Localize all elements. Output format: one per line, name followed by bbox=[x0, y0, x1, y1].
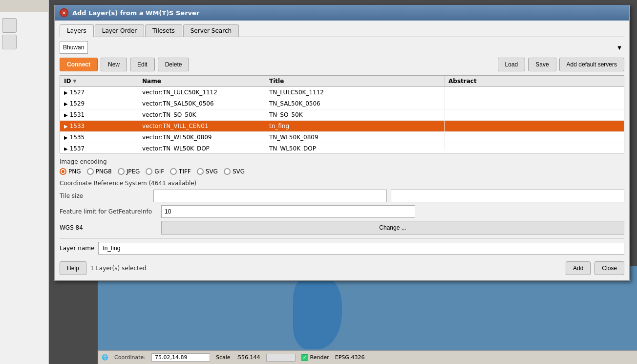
crs-section: Coordinate Reference System (4641 availa… bbox=[60, 180, 624, 235]
cell-id: ▶1527 bbox=[60, 87, 138, 98]
radio-svg1[interactable]: SVG bbox=[197, 168, 218, 175]
help-button[interactable]: Help bbox=[60, 261, 86, 275]
col-header-abstract[interactable]: Abstract bbox=[445, 76, 624, 86]
server-select-wrapper: Bhuwan bbox=[60, 41, 624, 54]
col-header-title[interactable]: Title bbox=[265, 76, 445, 86]
server-select[interactable]: Bhuwan bbox=[60, 41, 88, 54]
radio-circle-svg2[interactable] bbox=[224, 168, 231, 175]
feature-limit-row: Feature limit for GetFeatureInfo bbox=[60, 205, 624, 218]
delete-button[interactable]: Delete bbox=[158, 58, 190, 71]
tile-size-input-left[interactable] bbox=[153, 190, 387, 202]
radio-gif[interactable]: GIF bbox=[146, 168, 164, 175]
col-header-id[interactable]: ID ▼ bbox=[60, 76, 138, 86]
add-default-servers-button[interactable]: Add default servers bbox=[559, 58, 624, 71]
table-row[interactable]: ▶1535 vector:TN_WL50K_0809 TN_WL50K_0809 bbox=[60, 132, 624, 143]
left-toolbar bbox=[0, 0, 49, 364]
cell-title: TN_WL50K_DOP bbox=[265, 143, 445, 150]
map-area bbox=[98, 266, 637, 364]
cell-name: vector:TN_SO_50K bbox=[138, 109, 265, 120]
table-header: ID ▼ Name Title Abstract bbox=[60, 76, 624, 87]
coord-label: Coordinate: bbox=[114, 354, 146, 361]
cell-name: vector:TN_SAL50K_0506 bbox=[138, 98, 265, 109]
dialog-body: Layers Layer Order Tilesets Server Searc… bbox=[55, 21, 629, 280]
wgs-label: WGS 84 bbox=[60, 224, 157, 231]
feature-limit-input[interactable] bbox=[161, 205, 415, 218]
sort-arrow-id: ▼ bbox=[73, 79, 76, 84]
cell-abstract bbox=[445, 121, 624, 131]
close-button[interactable]: Close bbox=[595, 261, 624, 275]
layer-name-label: Layer name bbox=[60, 245, 94, 252]
load-button[interactable]: Load bbox=[498, 58, 526, 71]
tabs-container: Layers Layer Order Tilesets Server Searc… bbox=[60, 24, 624, 37]
table-row[interactable]: ▶1527 vector:TN_LULC50K_1112 TN_LULC50K_… bbox=[60, 87, 624, 98]
table-row-selected[interactable]: ▶1533 vector:TN_VILL_CEN01 tn_fing bbox=[60, 121, 624, 132]
edit-button[interactable]: Edit bbox=[130, 58, 155, 71]
layers-table: ID ▼ Name Title Abstract bbox=[60, 75, 624, 153]
tab-tilesets[interactable]: Tilesets bbox=[145, 24, 182, 37]
button-row: Connect New Edit Delete Load Save Add de… bbox=[60, 58, 624, 71]
cell-abstract bbox=[445, 132, 624, 143]
add-button[interactable]: Add bbox=[566, 261, 591, 275]
table-row[interactable]: ▶1529 vector:TN_SAL50K_0506 TN_SAL50K_05… bbox=[60, 98, 624, 109]
radio-tiff[interactable]: TIFF bbox=[170, 168, 191, 175]
cell-name: vector:TN_VILL_CEN01 bbox=[138, 121, 265, 131]
radio-circle-png8[interactable] bbox=[87, 168, 94, 175]
tile-size-row: Tile size bbox=[60, 190, 624, 202]
tile-size-label: Tile size bbox=[60, 193, 149, 199]
tool-icon-1[interactable] bbox=[2, 18, 17, 33]
layer-name-input[interactable] bbox=[98, 242, 624, 255]
render-check-icon: ✓ bbox=[301, 354, 308, 361]
server-row: Bhuwan bbox=[60, 41, 624, 54]
cell-name: vector:TN_WL50K_0809 bbox=[138, 132, 265, 143]
radio-png[interactable]: PNG bbox=[60, 168, 81, 175]
tab-server-search[interactable]: Server Search bbox=[183, 24, 239, 37]
status-bar: 🌐 Coordinate: 75.02,14.89 Scale .556.144… bbox=[98, 350, 637, 364]
render-checkbox[interactable]: ✓ Render bbox=[301, 354, 329, 361]
table-body: ▶1527 vector:TN_LULC50K_1112 TN_LULC50K_… bbox=[60, 87, 624, 150]
scale-value: .556.144 bbox=[236, 354, 260, 361]
radio-png8[interactable]: PNG8 bbox=[87, 168, 112, 175]
dialog-close-button[interactable]: ✕ bbox=[60, 8, 68, 17]
connect-button[interactable]: Connect bbox=[60, 58, 98, 71]
tab-layers[interactable]: Layers bbox=[60, 24, 94, 37]
change-button[interactable]: Change ... bbox=[161, 221, 624, 235]
cell-abstract bbox=[445, 109, 624, 120]
radio-svg2[interactable]: SVG bbox=[224, 168, 245, 175]
cell-id: ▶1531 bbox=[60, 109, 138, 120]
cell-abstract bbox=[445, 87, 624, 98]
tool-icon-2[interactable] bbox=[2, 35, 17, 49]
radio-jpeg[interactable]: JPEG bbox=[118, 168, 140, 175]
dialog-titlebar: ✕ Add Layer(s) from a WM(T)S Server bbox=[55, 5, 629, 21]
table-row[interactable]: ▶1537 vector:TN_WL50K_DOP TN_WL50K_DOP bbox=[60, 143, 624, 150]
table-row[interactable]: ▶1531 vector:TN_SO_50K TN_SO_50K bbox=[60, 109, 624, 121]
new-button[interactable]: New bbox=[101, 58, 127, 71]
radio-circle-tiff[interactable] bbox=[170, 168, 177, 175]
col-header-name[interactable]: Name bbox=[138, 76, 265, 86]
cell-abstract bbox=[445, 143, 624, 150]
radio-circle-png[interactable] bbox=[60, 168, 66, 175]
radio-circle-svg1[interactable] bbox=[197, 168, 204, 175]
layer-name-row: Layer name bbox=[60, 238, 624, 257]
expand-icon: ▶ bbox=[64, 112, 68, 118]
radio-circle-jpeg[interactable] bbox=[118, 168, 125, 175]
expand-icon: ▶ bbox=[64, 124, 68, 129]
cell-id: ▶1533 bbox=[60, 121, 138, 131]
cell-id: ▶1529 bbox=[60, 98, 138, 109]
bottom-right: Add Close bbox=[566, 261, 624, 275]
cell-title: tn_fing bbox=[265, 121, 445, 131]
expand-icon: ▶ bbox=[64, 101, 68, 107]
scale-slider[interactable] bbox=[266, 354, 296, 362]
render-label: Render bbox=[310, 354, 329, 361]
cell-name: vector:TN_LULC50K_1112 bbox=[138, 87, 265, 98]
dialog-title: Add Layer(s) from a WM(T)S Server bbox=[72, 9, 199, 17]
expand-icon: ▶ bbox=[64, 146, 68, 150]
coord-value: 75.02,14.89 bbox=[151, 353, 210, 362]
feature-limit-label: Feature limit for GetFeatureInfo bbox=[60, 208, 157, 215]
tile-size-input-right[interactable] bbox=[391, 190, 624, 202]
cell-name: vector:TN_WL50K_DOP bbox=[138, 143, 265, 150]
tab-layer-order[interactable]: Layer Order bbox=[95, 24, 144, 37]
crs-title: Coordinate Reference System (4641 availa… bbox=[60, 180, 624, 187]
dialog-overlay: ✕ Add Layer(s) from a WM(T)S Server Laye… bbox=[49, 0, 637, 364]
save-button[interactable]: Save bbox=[528, 58, 556, 71]
radio-circle-gif[interactable] bbox=[146, 168, 152, 175]
